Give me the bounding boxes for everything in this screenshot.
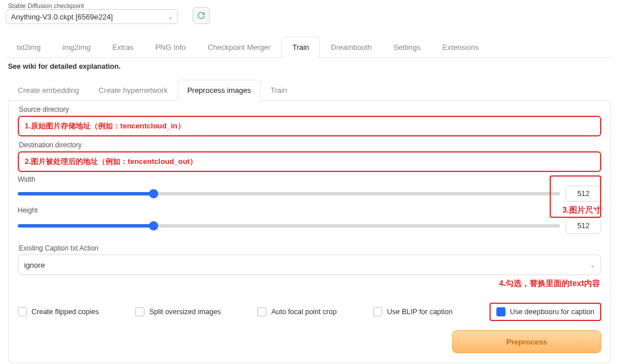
- preprocess-button[interactable]: Preprocess: [452, 330, 601, 353]
- tab-settings[interactable]: Settings: [383, 37, 432, 57]
- height-label: Height: [18, 206, 38, 214]
- main-tabs: txt2imgimg2imgExtrasPNG InfoCheckpoint M…: [6, 37, 613, 58]
- tab-png-info[interactable]: PNG Info: [144, 37, 197, 57]
- width-label: Width: [18, 175, 601, 183]
- checkbox-label: Split oversized images: [149, 308, 221, 316]
- checkpoint-value: Anything-V3.0.ckpt [6569e224]: [11, 13, 113, 21]
- width-value[interactable]: 512: [566, 186, 601, 202]
- checkbox-deepbooru[interactable]: Use deepbooru for caption: [489, 303, 601, 321]
- checkpoint-label: Stable Diffusion checkpoint: [6, 2, 178, 9]
- width-slider[interactable]: [18, 192, 560, 195]
- tab-checkpoint-merger[interactable]: Checkpoint Merger: [197, 37, 281, 57]
- checkbox-annotation: 4.勾选，替换里面的text内容: [18, 275, 601, 292]
- checkpoint-select[interactable]: Anything-V3.0.ckpt [6569e224] ⌄: [6, 9, 178, 24]
- checkbox-focal[interactable]: Auto focal point crop: [257, 307, 336, 316]
- chevron-down-icon: ⌄: [590, 262, 595, 268]
- checkbox-flipped[interactable]: Create flipped copies: [18, 307, 99, 316]
- subtab-create-hypernetwork[interactable]: Create hypernetwork: [89, 80, 178, 100]
- checkbox-box[interactable]: [135, 307, 144, 316]
- checkbox-box[interactable]: [18, 307, 27, 316]
- checkbox-label: Auto focal point crop: [271, 308, 336, 316]
- height-value[interactable]: 512: [566, 218, 601, 234]
- size-annotation: 3.图片尺寸: [562, 205, 601, 216]
- caption-action-select[interactable]: ignore ⌄: [18, 255, 601, 275]
- tab-dreambooth[interactable]: Dreambooth: [320, 37, 383, 57]
- subtab-create-embedding[interactable]: Create embedding: [8, 80, 89, 100]
- dest-dir-annotation: 2.图片被处理后的地址（例如：tencentcloud_out）: [18, 151, 601, 172]
- refresh-icon: [197, 11, 206, 20]
- checkbox-box[interactable]: [496, 307, 506, 316]
- chevron-down-icon: ⌄: [168, 14, 173, 20]
- height-slider[interactable]: [18, 224, 560, 228]
- caption-action-value: ignore: [24, 261, 45, 269]
- tab-train[interactable]: Train: [281, 37, 320, 57]
- caption-action-label: Existing Caption txt Action: [18, 240, 601, 253]
- dest-dir-label: Destination directory: [18, 136, 601, 150]
- tab-extras[interactable]: Extras: [101, 37, 144, 57]
- checkbox-label: Use BLIP for caption: [387, 308, 452, 316]
- source-dir-label: Source directory: [18, 101, 601, 115]
- subtab-preprocess-images[interactable]: Preprocess images: [178, 80, 261, 100]
- preprocess-panel: Source directory 1.原始图片存储地址（例如：tencentcl…: [8, 101, 611, 363]
- checkbox-label: Use deepbooru for caption: [510, 308, 594, 316]
- sub-tabs: Create embeddingCreate hypernetworkPrepr…: [8, 80, 611, 101]
- refresh-button[interactable]: [193, 7, 210, 24]
- checkbox-box[interactable]: [257, 307, 267, 316]
- checkbox-blip[interactable]: Use BLIP for caption: [373, 307, 452, 316]
- tab-txt2img[interactable]: txt2img: [6, 37, 52, 57]
- description: See wiki for detailed explanation.: [0, 58, 619, 75]
- checkbox-label: Create flipped copies: [32, 308, 99, 316]
- slider-thumb[interactable]: [149, 221, 158, 230]
- checkbox-split[interactable]: Split oversized images: [135, 307, 221, 316]
- tab-img2img[interactable]: img2img: [52, 37, 101, 57]
- subtab-train[interactable]: Train: [261, 80, 297, 100]
- source-dir-annotation: 1.原始图片存储地址（例如：tencentcloud_in）: [18, 116, 601, 136]
- checkbox-box[interactable]: [373, 307, 382, 316]
- slider-thumb[interactable]: [149, 189, 158, 198]
- tab-extensions[interactable]: Extensions: [432, 37, 490, 57]
